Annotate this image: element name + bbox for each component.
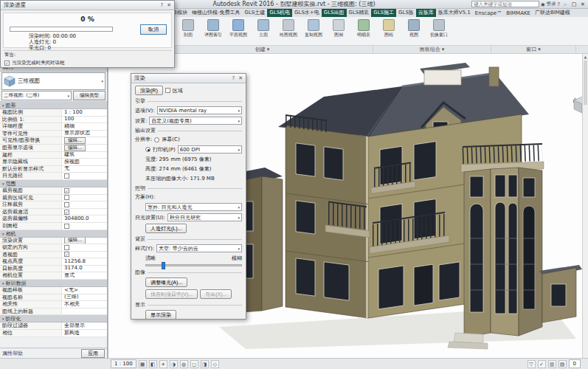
ribbon-tool[interactable]: 复制视图	[301, 17, 326, 45]
save-to-project-button[interactable]: 保存到项目中(V)...	[145, 289, 198, 299]
edit-button[interactable]: 编辑...	[64, 137, 86, 144]
property-value[interactable]: 不相关	[62, 301, 107, 308]
haze-slider-thumb[interactable]	[162, 262, 165, 269]
close-on-finish-checkbox[interactable]: ✓	[4, 61, 10, 66]
property-value[interactable]: 304800.0	[62, 215, 107, 222]
dpi-select[interactable]: 600 DPI	[178, 145, 242, 154]
property-group-header[interactable]: ▾范围	[0, 180, 107, 187]
property-value[interactable]: 编辑...	[62, 137, 107, 144]
style-select[interactable]: 天空: 带少云的云	[156, 244, 242, 252]
property-value[interactable]: 11256.8	[62, 258, 107, 265]
adjust-exposure-button[interactable]: 调整曝光(A)...	[145, 277, 187, 287]
minimize-button[interactable]: –	[561, 1, 569, 7]
type-dropdown-icon[interactable]: ▾	[101, 79, 103, 83]
edit-button[interactable]: 编辑...	[64, 145, 86, 151]
property-value[interactable]: ✓	[62, 252, 107, 258]
screen-radio[interactable]	[154, 137, 159, 142]
printer-radio[interactable]	[145, 147, 151, 152]
dialog-help-icon[interactable]: ?	[160, 2, 163, 8]
property-checkbox[interactable]: ✓	[64, 210, 69, 215]
property-value[interactable]: 建筑	[62, 152, 107, 159]
property-value[interactable]: 按视图	[62, 159, 107, 165]
property-value[interactable]: 编辑...	[62, 145, 107, 151]
property-group-header[interactable]: ▾图形	[0, 102, 107, 109]
ribbon-tab[interactable]: GLS机电	[267, 9, 292, 17]
ribbon-tool[interactable]: 平面视图	[226, 17, 251, 45]
properties-help-link[interactable]: 属性帮助	[2, 350, 23, 357]
property-checkbox[interactable]	[64, 224, 69, 229]
property-value[interactable]	[62, 244, 107, 251]
type-selector[interactable]: 三维视图 ▾	[1, 72, 106, 90]
render-dialog-icon[interactable]: ◍	[180, 360, 188, 368]
property-value[interactable]	[62, 195, 107, 201]
export-button[interactable]: 导出(X)...	[200, 289, 232, 299]
instance-selector[interactable]: 三维视图: (三维)	[1, 91, 72, 100]
apply-button[interactable]: 应用	[81, 349, 105, 358]
unlocked-view-icon[interactable]: ◇	[211, 360, 219, 368]
property-value[interactable]: (三维)	[62, 294, 107, 301]
property-value[interactable]	[62, 173, 107, 179]
ribbon-tab[interactable]: 云族库	[416, 9, 436, 17]
ribbon-tab[interactable]: 橄榄山快模-免费工具	[190, 9, 243, 17]
artificial-lights-button[interactable]: 人造灯光(L)...	[145, 224, 187, 233]
property-group-header[interactable]: ▾相机	[0, 230, 107, 238]
maximize-button[interactable]: ▢	[570, 1, 578, 7]
property-value[interactable]: 3174.0	[62, 266, 107, 272]
setting-select[interactable]: 自定义(视图专用)	[149, 117, 242, 125]
shadows-icon[interactable]: ◑	[170, 360, 178, 368]
property-checkbox[interactable]	[64, 195, 69, 200]
ribbon-tab[interactable]: Enscape™	[473, 10, 504, 17]
property-checkbox[interactable]	[64, 202, 69, 207]
property-value[interactable]	[62, 201, 107, 208]
engine-select[interactable]: NVIDIA mental ray	[157, 106, 242, 114]
scroll-thumb[interactable]	[584, 61, 587, 105]
property-group-header[interactable]: ▾阶段化	[0, 315, 107, 323]
property-value[interactable]: 显示原状态	[62, 131, 107, 137]
ribbon-tab[interactable]: GLS出图	[322, 9, 347, 17]
haze-slider[interactable]	[145, 264, 242, 266]
property-value[interactable]: ✓	[62, 209, 107, 215]
editable-only-icon[interactable]: ✓	[538, 360, 546, 368]
crop-view-icon[interactable]: ◻	[190, 360, 198, 368]
property-value[interactable]: 全部显示	[62, 323, 107, 329]
dialog-help-icon[interactable]: ?	[232, 75, 235, 81]
help-icon[interactable]: ?	[558, 1, 560, 7]
ribbon-tab[interactable]: GLS水+电	[292, 9, 322, 17]
ribbon-tool[interactable]: 视图	[401, 17, 426, 45]
property-value[interactable]: 精细	[62, 123, 107, 130]
property-value[interactable]	[62, 223, 107, 230]
vertical-scrollbar[interactable]: ▲	[582, 54, 588, 358]
show-crop-icon[interactable]: ◨	[201, 360, 209, 368]
worksets-icon[interactable]: ▧	[558, 360, 567, 368]
ribbon-tab[interactable]: GLS施工	[371, 9, 396, 17]
ribbon-tab[interactable]: GLS精装	[347, 9, 372, 17]
close-button[interactable]: ✕	[579, 1, 587, 7]
render-button[interactable]: 渲染(R)	[135, 86, 163, 95]
ribbon-tab[interactable]: GLS土建	[243, 9, 268, 17]
ribbon-tool[interactable]: 明细表	[351, 17, 376, 45]
dialog-close-icon[interactable]: ✕	[167, 2, 171, 8]
scheme-select[interactable]: 室外: 日光和人造光	[145, 203, 242, 211]
property-checkbox[interactable]: ✓	[64, 252, 69, 257]
search-input[interactable]	[471, 1, 539, 7]
property-checkbox[interactable]	[64, 245, 69, 250]
property-value[interactable]: <无>	[62, 287, 107, 294]
ribbon-tool[interactable]: 切换窗口	[426, 17, 452, 45]
scroll-up-icon[interactable]: ▲	[583, 54, 588, 60]
login-button[interactable]: 登录	[547, 1, 556, 7]
edit-button[interactable]: 编辑...	[64, 238, 86, 244]
property-group-header[interactable]: ▾标识数据	[0, 280, 107, 287]
ribbon-tool[interactable]: 绘图视图	[276, 17, 301, 45]
property-value[interactable]: ✓	[62, 187, 107, 194]
property-value[interactable]: 显式	[62, 272, 107, 279]
ribbon-tool[interactable]: 图纸	[376, 17, 401, 45]
property-value[interactable]: 新构造	[62, 330, 107, 337]
property-value[interactable]: 100	[62, 117, 107, 123]
property-value[interactable]: 无	[62, 166, 107, 173]
ribbon-tab[interactable]: 族库大师V5.1	[436, 9, 473, 17]
ribbon-tool[interactable]: 剖面	[176, 17, 201, 45]
property-checkbox[interactable]: ✓	[64, 188, 69, 193]
show-render-button[interactable]: 显示渲染	[145, 310, 176, 320]
property-value[interactable]	[62, 308, 107, 315]
dialog-close-icon[interactable]: ✕	[238, 75, 243, 81]
